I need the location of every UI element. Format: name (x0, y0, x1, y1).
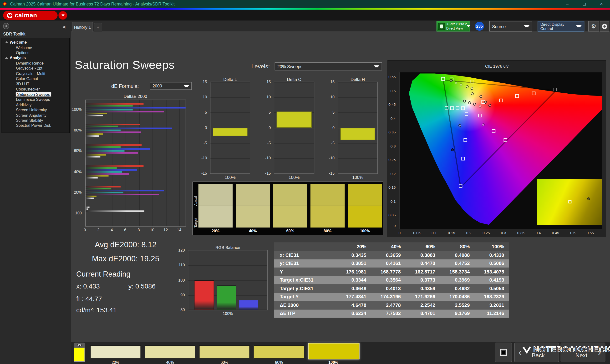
add-tab-button[interactable]: + (94, 23, 102, 32)
back-label: Back (532, 352, 545, 359)
sidebar: ◀ SDR Toolkit WelcomeWelcomeOptionsAnaly… (0, 21, 71, 364)
actual-row-label: Actual (194, 185, 197, 206)
measurement-marker (463, 100, 466, 103)
help-button[interactable] (600, 21, 609, 31)
gridline (338, 143, 377, 143)
axis-tick-label: 0.35 (515, 231, 526, 235)
target-marker (445, 106, 448, 110)
delta-c-y-axis: 151050-5-10-15 (259, 82, 272, 174)
measurement-marker (454, 81, 457, 84)
display-control-dropdown[interactable]: Direct Display Control (538, 21, 584, 31)
back-button[interactable]: ‹ Back (514, 343, 559, 362)
sidebar-item-screen-angularity[interactable]: Screen Angularity (2, 113, 69, 118)
measurement-marker (458, 124, 461, 127)
value-cell: 168.2329 (474, 294, 509, 300)
patch-80[interactable] (254, 345, 304, 359)
sidebar-item-3d-lut[interactable]: 3D LUT (2, 81, 69, 87)
axis-tick-label: -5 (204, 141, 207, 145)
patch-100[interactable] (308, 343, 360, 360)
maximize-button[interactable]: □ (576, 0, 593, 8)
sidebar-item-dynamic-range[interactable]: Dynamic Range (2, 61, 69, 66)
sidebar-collapse-button[interactable]: ◀ (60, 23, 67, 30)
sidebar-item-label: Welcome (16, 45, 32, 50)
minimize-button[interactable]: – (558, 0, 576, 8)
de-formula-dropdown[interactable]: 2000 (150, 82, 192, 90)
table-row-x-cie31: x: CIE310.34350.36590.38830.40880.4330 (274, 251, 509, 259)
axis-tick-label: 2 (94, 228, 103, 232)
axis-tick-label: 80% (74, 128, 82, 132)
sidebar-item-label: Screen Uniformity (16, 108, 47, 112)
bar (86, 192, 123, 194)
sidebar-item-welcome[interactable]: Welcome (2, 45, 69, 50)
bar (86, 131, 141, 133)
target-marker (461, 106, 465, 110)
gridline (188, 250, 267, 251)
swatch-target (348, 206, 382, 228)
logo-menu-button[interactable] (58, 11, 67, 20)
measurement-marker (480, 95, 482, 98)
source-dropdown[interactable]: Source (489, 21, 532, 31)
sidebar-group-welcome[interactable]: Welcome (2, 40, 69, 45)
tree-expand-icon[interactable] (5, 57, 8, 59)
bar (86, 150, 125, 152)
quick-color-patch[interactable] (74, 348, 85, 362)
sidebar-item-screen-uniformity[interactable]: Screen Uniformity (2, 107, 69, 113)
value-cell: 0.3648 (337, 286, 371, 291)
sidebar-group-analysis[interactable]: Analysis (2, 55, 69, 61)
gridline (338, 173, 377, 174)
title-bar[interactable]: Calman 2025 Calman Ultimate for Business… (0, 0, 610, 8)
bottom-bar: 20%40%60%80%100% ‹ Back Next › NOTEBOOKC… (71, 342, 610, 364)
levels-dropdown[interactable]: 20% Sweeps (275, 62, 382, 70)
sidebar-item-colorchecker[interactable]: ColorChecker (2, 87, 69, 92)
bar (86, 171, 122, 173)
patch-preview-tab[interactable] (74, 343, 85, 348)
value-cell: 0.4470 (405, 260, 440, 266)
axis-tick-label: -5 (331, 141, 335, 145)
delta-c-title: Delta C (274, 77, 314, 82)
sidebar-item-label: Options (16, 51, 29, 55)
bar (86, 103, 143, 105)
pattern-window-button[interactable] (495, 343, 512, 362)
measurement-marker (466, 85, 468, 88)
gridline (99, 100, 99, 227)
gridline (274, 173, 314, 174)
sidebar-item-options[interactable]: Options (2, 50, 69, 55)
sidebar-title: SDR Toolkit (3, 31, 25, 36)
value-cell: 174.3196 (371, 294, 405, 300)
sidebar-item-saturation-sweeps[interactable]: Saturation Sweeps (2, 92, 69, 97)
sidebar-item-luminance-sweeps[interactable]: Luminance Sweeps (2, 97, 69, 102)
gridline (180, 100, 180, 227)
workflow-options-button[interactable] (3, 23, 9, 29)
delta-bar (340, 128, 375, 140)
rgb-y-axis: 1201101009080 (172, 250, 186, 310)
patch-40[interactable] (145, 345, 195, 359)
cie-diagram-panel: CIE 1976 u'v' 0.550.50.450.40.350.30.250… (388, 60, 606, 237)
meter-dropdown[interactable]: X-Rite i1Pro 2 Direct View (437, 21, 470, 31)
close-button[interactable]: × (593, 0, 610, 8)
swatch-target (311, 206, 345, 228)
sidebar-item-grayscale-multi[interactable]: Grayscale - Multi (2, 71, 69, 76)
value-cell: 3.2021 (474, 302, 509, 308)
sidebar-item-spectral-power-dist[interactable]: Spectral Power Dist. (2, 123, 69, 128)
gridline (166, 100, 167, 227)
sidebar-item-screen-stability[interactable]: Screen Stability (2, 118, 69, 123)
settings-button[interactable]: ⚙ (588, 21, 599, 31)
value-cell: 0.4088 (440, 252, 474, 258)
sidebar-item-grayscale-2pt[interactable]: Grayscale - 2pt (2, 66, 69, 71)
axis-tick-label: 40% (74, 169, 82, 174)
patch-label: 20% (90, 360, 141, 364)
table-row-e-2000: ΔE 20004.64782.47782.25422.55293.2021 (274, 301, 509, 310)
axis-tick-label: 0.25 (389, 158, 396, 162)
sidebar-item-additivity[interactable]: Additivity (2, 102, 69, 107)
tree-expand-icon[interactable] (5, 41, 8, 43)
calman-logo[interactable]: calman (3, 11, 58, 20)
patch-20[interactable] (90, 345, 141, 359)
measurement-marker (482, 124, 485, 126)
sidebar-group-label: Analysis (10, 56, 26, 60)
bar (86, 111, 164, 112)
next-button[interactable]: Next › (561, 343, 606, 362)
sidebar-group-label: Welcome (10, 40, 27, 44)
sidebar-item-color-gamut[interactable]: Color Gamut (2, 76, 69, 81)
tab-history-1[interactable]: History 1 (72, 22, 93, 32)
patch-60[interactable] (199, 345, 250, 359)
